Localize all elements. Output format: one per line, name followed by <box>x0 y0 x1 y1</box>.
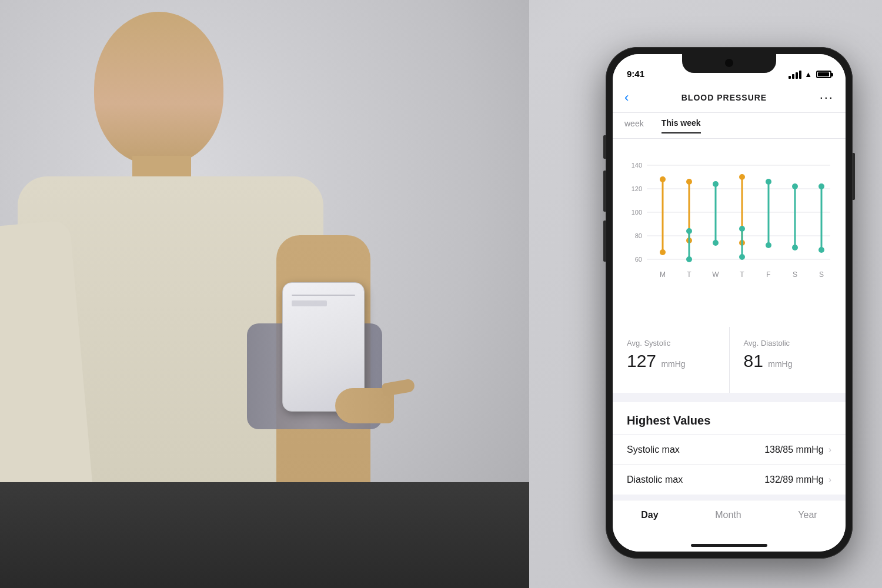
tab-month[interactable]: Month <box>703 507 753 523</box>
systolic-max-right: 138/85 mmHg › <box>764 445 831 455</box>
svg-text:80: 80 <box>635 232 642 239</box>
svg-point-36 <box>818 247 824 253</box>
svg-text:T: T <box>687 270 691 279</box>
more-button[interactable]: ··· <box>820 91 834 104</box>
phone-screen: 9:41 ▲ ‹ BLOOD PRESSURE <box>613 54 846 552</box>
svg-text:100: 100 <box>632 209 642 216</box>
volume-up-button[interactable] <box>603 171 606 212</box>
wifi-icon: ▲ <box>804 70 812 79</box>
cuff-brand-text <box>292 300 327 306</box>
systolic-max-value: 138/85 mmHg <box>764 445 824 455</box>
phone-outer: 9:41 ▲ ‹ BLOOD PRESSURE <box>606 47 853 559</box>
highest-values-title: Highest Values <box>613 402 846 435</box>
diastolic-max-row[interactable]: Diastolic max 132/89 mmHg › <box>613 465 846 495</box>
signal-icon <box>789 71 801 79</box>
tab-year[interactable]: Year <box>786 507 828 523</box>
svg-point-29 <box>766 179 771 185</box>
week-tabs: week This week <box>613 113 846 139</box>
chevron-right-icon: › <box>828 445 831 455</box>
back-button[interactable]: ‹ <box>624 90 629 105</box>
systolic-max-row[interactable]: Systolic max 138/85 mmHg › <box>613 435 846 465</box>
svg-text:60: 60 <box>635 256 642 263</box>
diastolic-value: 81 mmHg <box>744 351 832 371</box>
power-button[interactable] <box>853 153 855 200</box>
page-title: BLOOD PRESSURE <box>681 93 767 102</box>
blood-pressure-chart: 140 120 100 80 60 <box>624 151 834 292</box>
app-header: ‹ BLOOD PRESSURE ··· <box>613 82 846 113</box>
battery-icon <box>816 71 831 78</box>
bottom-tabs: Day Month Year <box>613 500 846 552</box>
highest-values-section: Highest Values Systolic max 138/85 mmHg … <box>613 402 846 495</box>
diastolic-unit: mmHg <box>768 359 792 369</box>
camera-notch <box>725 59 733 67</box>
svg-text:120: 120 <box>632 185 642 192</box>
svg-text:S: S <box>793 270 797 279</box>
chart-container: 140 120 100 80 60 <box>613 139 846 327</box>
svg-text:S: S <box>819 270 824 279</box>
svg-text:140: 140 <box>632 162 642 169</box>
svg-point-35 <box>818 183 824 189</box>
svg-point-18 <box>686 256 692 262</box>
person-head <box>94 12 223 165</box>
status-time: 9:41 <box>627 69 644 79</box>
svg-point-14 <box>686 179 692 185</box>
svg-point-32 <box>792 183 798 189</box>
status-icons: ▲ <box>789 70 831 79</box>
svg-text:M: M <box>660 270 666 279</box>
svg-point-11 <box>660 176 666 182</box>
chevron-right-icon-2: › <box>828 475 831 485</box>
svg-text:F: F <box>766 270 770 279</box>
diastolic-stat: Avg. Diastolic 81 mmHg <box>730 327 846 393</box>
svg-point-17 <box>686 228 692 234</box>
svg-point-26 <box>739 226 745 232</box>
home-bar <box>691 544 767 547</box>
diastolic-max-right: 132/89 mmHg › <box>764 475 831 485</box>
diastolic-max-label: Diastolic max <box>627 475 683 485</box>
phone-notch <box>682 54 776 73</box>
svg-point-12 <box>660 249 666 255</box>
diastolic-max-value: 132/89 mmHg <box>764 475 824 485</box>
systolic-unit: mmHg <box>661 359 685 369</box>
svg-text:T: T <box>740 270 744 279</box>
volume-down-button[interactable] <box>603 220 606 262</box>
svg-point-23 <box>739 174 745 180</box>
person-area: + <box>0 0 529 588</box>
pointing-finger <box>382 378 416 396</box>
tab-week[interactable]: week <box>624 119 644 133</box>
svg-point-33 <box>792 245 798 250</box>
systolic-label: Avg. Systolic <box>627 339 715 348</box>
svg-text:W: W <box>712 270 719 279</box>
tab-this-week[interactable]: This week <box>662 118 701 133</box>
diastolic-label: Avg. Diastolic <box>744 339 832 348</box>
svg-point-27 <box>739 254 745 260</box>
svg-point-20 <box>713 181 719 187</box>
svg-point-21 <box>713 240 719 246</box>
svg-point-30 <box>766 242 771 248</box>
systolic-stat: Avg. Systolic 127 mmHg <box>613 327 730 393</box>
table-surface <box>0 482 529 588</box>
phone-container: 9:41 ▲ ‹ BLOOD PRESSURE <box>606 47 853 559</box>
cuff-brand-line <box>292 295 355 296</box>
mute-button[interactable] <box>603 135 606 159</box>
systolic-max-label: Systolic max <box>627 445 680 455</box>
tab-day[interactable]: Day <box>629 507 670 523</box>
systolic-value: 127 mmHg <box>627 351 715 371</box>
stats-area: Avg. Systolic 127 mmHg Avg. Diastolic 81… <box>613 327 846 397</box>
